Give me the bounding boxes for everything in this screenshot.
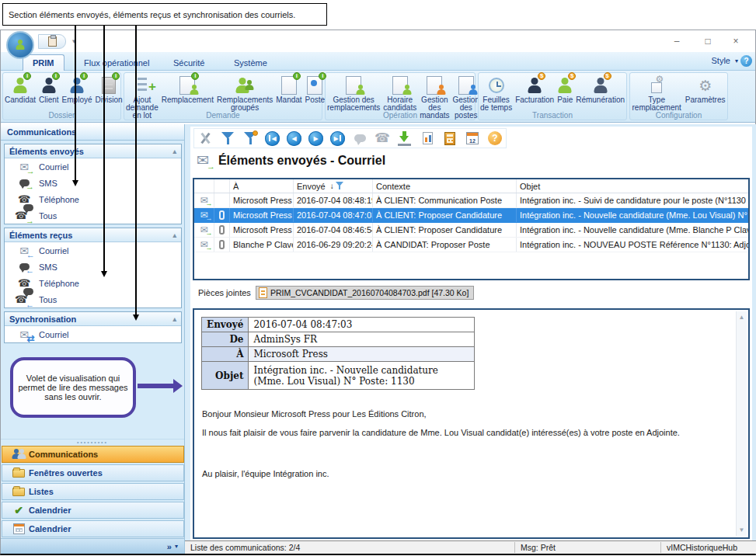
app-menu-button[interactable] <box>6 31 34 59</box>
sidebar-item-recus-courriel[interactable]: ← Courriel <box>5 242 181 259</box>
ribbon-button-label: Feuilles de temps <box>480 96 512 112</box>
style-dropdown-caret-icon[interactable]: ▾ <box>735 57 738 64</box>
ribbon-button-parametres[interactable]: Paramètres <box>684 75 727 104</box>
app-frame: ▾ – □ × PRIM Flux opérationnel Sécurité … <box>0 30 756 555</box>
app-logo-person-icon <box>16 40 25 50</box>
table-row[interactable]: → Microsoft Press 2016-07-04 08:46:54 À … <box>194 223 748 238</box>
sidebar-item-recus-tous[interactable]: ← Tous <box>5 291 181 308</box>
help-toolbar-icon[interactable] <box>488 131 502 145</box>
tab-prim[interactable]: PRIM <box>23 54 64 71</box>
phone-toolbar-icon[interactable] <box>375 132 390 144</box>
status-bar: Liste des communications: 2/4 Msg: Prêt … <box>185 540 756 554</box>
scroll-down-icon[interactable]: ▼ <box>739 526 745 533</box>
ribbon-button-client[interactable]: Client <box>37 75 61 104</box>
ribbon-button-remplacement[interactable]: Remplacement <box>160 75 215 104</box>
ribbon-button-label: Remplacement <box>162 96 214 104</box>
ribbon-button-candidat[interactable]: Candidat <box>3 75 37 104</box>
ribbon-button-horaire-candidats[interactable]: Horaire candidats <box>381 75 418 112</box>
email-header-table: Envoyé2016-07-04 08:47:03 DeAdminSys FR … <box>201 317 475 390</box>
ribbon-button-remplacements-groupes[interactable]: Remplacements groupés <box>215 75 274 112</box>
close-button[interactable]: × <box>724 35 747 47</box>
email-body-paragraph: Il nous fait plaisir de vous faire parve… <box>202 428 730 437</box>
annotation-callout-bubble: Volet de visualisation qui permet de lir… <box>10 357 136 418</box>
sidebar-group-header[interactable]: Éléments envoyés ▴ <box>5 144 181 158</box>
ribbon-button-feuilles-de-temps[interactable]: Feuilles de temps <box>479 75 514 112</box>
calendar-toolbar-icon[interactable] <box>466 132 479 144</box>
column-header-context[interactable]: Contexte <box>373 179 517 193</box>
sidebar-group-title: Éléments reçus <box>9 231 72 240</box>
ribbon: Candidat Client Employé Division <box>1 71 755 123</box>
tab-securite[interactable]: Sécurité <box>164 54 214 71</box>
table-row[interactable]: → Microsoft Press 2016-07-04 08:48:19 À … <box>194 193 748 208</box>
minimize-button[interactable]: – <box>665 35 688 47</box>
report-icon[interactable] <box>423 132 433 144</box>
sidebar-item-envoyes-courriel[interactable]: → Courriel <box>5 158 181 175</box>
sidebar-splitter[interactable]: ••••••••• <box>1 439 184 444</box>
sidebar-group-header[interactable]: Synchronisation ▴ <box>5 312 181 326</box>
last-record-button[interactable] <box>330 131 345 146</box>
ribbon-group-label: Opération <box>326 111 475 120</box>
ribbon-button-type-remplacement[interactable]: Type remplacement <box>630 75 682 112</box>
chevron-down-icon[interactable]: ▾ <box>175 543 178 550</box>
column-header-subject[interactable]: Objet <box>517 179 748 193</box>
tab-flux-operationnel[interactable]: Flux opérationnel <box>75 54 159 71</box>
receive-download-icon[interactable] <box>397 130 413 146</box>
first-record-button[interactable] <box>265 131 280 146</box>
sidebar-item-envoyes-sms[interactable]: → SMS <box>5 175 181 191</box>
collapse-icon[interactable]: ▴ <box>172 231 176 239</box>
quick-access-toolbar-button[interactable] <box>38 34 66 49</box>
sidebar-item-recus-sms[interactable]: ← SMS <box>5 259 181 275</box>
sort-descending-icon[interactable] <box>330 182 334 190</box>
table-row[interactable]: → Blanche P Clavette 2016-06-29 09:20:24… <box>194 238 748 252</box>
ribbon-button-division[interactable]: Division <box>94 75 124 104</box>
cell-sent: 2016-07-04 08:48:19 <box>294 193 373 207</box>
sidebar-group-header[interactable]: Éléments reçus ▴ <box>5 228 181 242</box>
application-window: Section éléments envoyés, éléments reçus… <box>0 0 756 556</box>
sidebar-nav-label: Fenêtres ouvertes <box>29 468 103 478</box>
status-hub: vIMCHistoriqueHub <box>667 543 737 552</box>
envelope-icon <box>19 329 29 340</box>
ribbon-button-facturation[interactable]: Facturation <box>514 75 556 104</box>
advanced-filter-icon[interactable] <box>242 130 258 146</box>
chevron-double-icon[interactable]: » <box>167 542 172 551</box>
sms-toolbar-icon[interactable] <box>354 134 366 142</box>
sidebar-item-sync-courriel[interactable]: Courriel <box>5 326 181 342</box>
column-filter-icon[interactable] <box>336 182 343 190</box>
sidebar-nav-calendrier-taches[interactable]: Calendrier <box>2 502 184 519</box>
sidebar-nav-listes[interactable]: Listes <box>2 483 184 500</box>
collapse-icon[interactable]: ▴ <box>172 315 176 323</box>
scroll-up-icon[interactable]: ▲ <box>739 314 745 321</box>
calculator-icon[interactable] <box>444 132 455 145</box>
previous-record-button[interactable] <box>287 131 301 146</box>
collapse-icon[interactable]: ▴ <box>172 148 176 155</box>
cell-context: À CLIENT: Communication Poste <box>373 193 517 207</box>
ribbon-button-mandat[interactable]: Mandat <box>274 75 303 104</box>
sidebar-nav-fenetres-ouvertes[interactable]: Fenêtres ouvertes <box>2 464 184 481</box>
cell-context: À CANDIDAT: Proposer Poste <box>373 238 517 252</box>
ribbon-button-paie[interactable]: Paie <box>556 75 574 104</box>
sidebar-nav-communications[interactable]: Communications <box>2 446 184 463</box>
ribbon-button-poste[interactable]: Poste <box>304 75 327 104</box>
ribbon-button-employe[interactable]: Employé <box>61 75 94 104</box>
ribbon-button-gestion-des-remplacements[interactable]: Gestion des remplacements <box>326 75 381 112</box>
filter-icon[interactable] <box>220 130 235 146</box>
list-header-row: À Envoyé Contexte Objet <box>194 179 748 193</box>
style-dropdown[interactable]: Style <box>712 56 730 65</box>
attachment-column-header[interactable] <box>214 179 230 193</box>
help-icon[interactable]: ? <box>740 55 752 67</box>
annotation-arrow-line-3 <box>135 26 137 315</box>
table-row-selected[interactable]: → Microsoft Press 2016-07-04 08:47:03 À … <box>194 208 748 223</box>
tools-icon[interactable] <box>197 130 213 146</box>
tab-systeme[interactable]: Système <box>225 54 277 71</box>
sidebar-nav-calendrier[interactable]: Calendrier <box>2 520 184 537</box>
column-header-sent[interactable]: Envoyé <box>294 179 373 193</box>
preview-scrollbar[interactable]: ▲ ▼ <box>736 311 747 536</box>
maximize-button[interactable]: □ <box>696 35 719 47</box>
ribbon-group-transaction: Feuilles de temps Facturation Paie Rémun… <box>478 72 627 120</box>
column-header-to[interactable]: À <box>230 179 294 193</box>
sidebar-item-envoyes-tous[interactable]: → Tous <box>5 207 181 224</box>
next-record-button[interactable] <box>308 131 323 146</box>
email-body-paragraph: Bonjour Monsieur Microsoft Press pour Le… <box>202 409 730 419</box>
ribbon-button-remuneration[interactable]: Rémunération <box>574 75 626 104</box>
attachment-chip[interactable]: PRIM_CVCANDIDAT_20160704084703.pdf [47.3… <box>256 286 474 300</box>
